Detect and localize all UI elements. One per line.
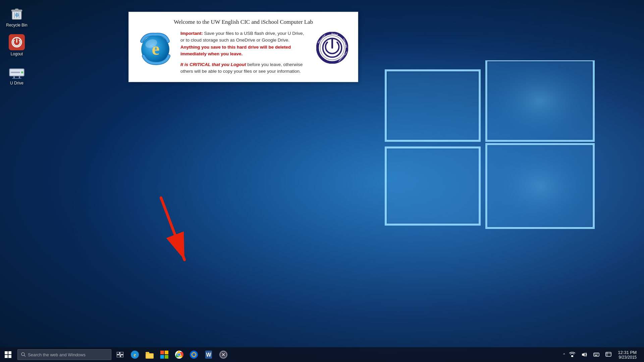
svg-rect-48 — [121, 355, 123, 357]
svg-rect-45 — [117, 352, 119, 354]
logout-icon-bg — [9, 34, 25, 50]
svg-rect-5 — [387, 149, 478, 223]
svg-rect-72 — [594, 353, 599, 356]
svg-rect-24 — [19, 76, 20, 78]
svg-text:W: W — [206, 352, 211, 358]
welcome-body: e Important: Save your files to a USB fl… — [137, 30, 350, 75]
ischool-logo: Information School University of Washing… — [315, 30, 350, 64]
task-view-button[interactable] — [113, 347, 127, 362]
clock-date: 9/23/2015 — [619, 355, 637, 360]
svg-rect-8 — [486, 60, 594, 141]
welcome-title: Welcome to the UW English CIC and iSchoo… — [137, 19, 350, 25]
welcome-panel: Welcome to the UW English CIC and iSchoo… — [128, 12, 358, 82]
svg-rect-52 — [146, 354, 153, 358]
svg-rect-23 — [13, 76, 15, 78]
critical-text: It is CRITICAL that you Logout before yo… — [180, 61, 308, 75]
svg-rect-74 — [596, 354, 596, 354]
svg-rect-13 — [15, 9, 18, 10]
svg-rect-1 — [387, 72, 478, 139]
taskbar-file-explorer[interactable] — [142, 347, 157, 362]
taskbar-chrome[interactable] — [172, 347, 186, 362]
svg-line-38 — [161, 198, 184, 260]
warning-text: Anything you save to this hard drive wil… — [180, 44, 308, 58]
logout-image — [9, 34, 25, 50]
svg-point-21 — [21, 71, 23, 73]
important-label: Important: — [180, 31, 203, 36]
tray-chevron[interactable]: ^ — [562, 353, 566, 357]
taskbar-pinned-apps: e — [127, 347, 231, 362]
recycle-bin-label: Recycle Bin — [6, 23, 27, 27]
taskbar: e — [0, 347, 644, 362]
svg-rect-22 — [11, 72, 20, 73]
svg-rect-76 — [595, 355, 597, 356]
svg-text:♻: ♻ — [15, 12, 19, 18]
svg-rect-39 — [5, 351, 8, 354]
svg-rect-53 — [160, 351, 164, 354]
recycle-bin-image: ♻ — [9, 5, 25, 21]
ie-icon-container: e — [137, 30, 174, 67]
search-input[interactable] — [28, 352, 108, 357]
show-desktop-button[interactable] — [640, 347, 643, 362]
taskbar-store[interactable] — [157, 347, 172, 362]
clock-time: 12:31 PM — [618, 350, 637, 355]
svg-rect-70 — [571, 355, 573, 357]
recycle-bin-icon[interactable]: ♻ Recycle Bin — [3, 3, 30, 29]
logout-icon[interactable]: Logout — [3, 32, 30, 58]
network-tray-icon[interactable] — [566, 347, 578, 362]
svg-text:e: e — [133, 352, 136, 358]
notification-tray-icon[interactable] — [602, 347, 614, 362]
taskbar-word[interactable]: W — [201, 347, 216, 362]
udrive-icon[interactable]: U Drive — [3, 61, 30, 87]
svg-rect-9 — [486, 144, 594, 228]
desktop: ♻ Recycle Bin Logout — [0, 0, 644, 362]
svg-rect-46 — [120, 352, 123, 354]
svg-rect-73 — [594, 354, 595, 354]
critical-label: It is CRITICAL that you Logout — [180, 62, 246, 67]
svg-rect-75 — [597, 354, 598, 354]
svg-rect-25 — [12, 78, 21, 79]
start-button[interactable] — [0, 347, 16, 362]
svg-point-63 — [193, 353, 195, 356]
system-tray: ^ — [562, 347, 644, 362]
logout-label: Logout — [11, 52, 23, 56]
svg-line-44 — [24, 355, 25, 357]
taskbar-firefox[interactable] — [186, 347, 201, 362]
udrive-label: U Drive — [10, 81, 23, 85]
svg-rect-41 — [5, 355, 8, 358]
windows-logo — [369, 60, 604, 235]
taskbar-unknown-app[interactable] — [216, 347, 231, 362]
taskbar-ie[interactable]: e — [127, 347, 142, 362]
svg-rect-55 — [160, 355, 164, 359]
ime-tray-icon[interactable] — [590, 347, 602, 362]
desktop-icon-area: ♻ Recycle Bin Logout — [0, 0, 34, 91]
welcome-text-content: Important: Save your files to a USB flas… — [180, 30, 308, 75]
svg-rect-47 — [117, 355, 120, 357]
svg-rect-77 — [606, 352, 611, 356]
svg-rect-40 — [8, 351, 11, 354]
svg-point-60 — [178, 353, 180, 356]
svg-marker-71 — [582, 353, 585, 357]
svg-point-43 — [21, 353, 24, 356]
svg-text:e: e — [152, 39, 159, 58]
svg-rect-42 — [8, 355, 11, 358]
red-arrow — [141, 194, 208, 269]
udrive-image — [9, 63, 25, 79]
svg-rect-54 — [165, 351, 168, 354]
svg-rect-56 — [165, 355, 168, 359]
taskbar-clock[interactable]: 12:31 PM 9/23/2015 — [614, 347, 640, 362]
taskbar-search[interactable] — [17, 349, 111, 360]
volume-tray-icon[interactable] — [578, 347, 590, 362]
